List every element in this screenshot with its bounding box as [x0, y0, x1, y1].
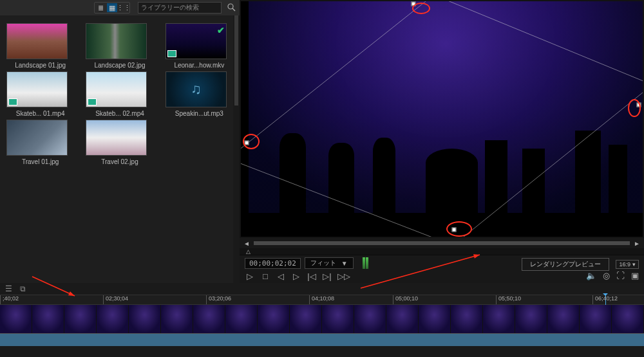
- clip-thumbnail: [193, 305, 225, 333]
- view-toggle: ≣ ▦ ⋮⋮: [94, 2, 130, 14]
- thumbnail-caption: Travel 01.jpg: [6, 158, 74, 165]
- thumbnail-image: ✔: [166, 23, 227, 59]
- clip-thumbnail: [129, 305, 161, 333]
- preview-silhouettes: [261, 95, 634, 213]
- thumbnail-image: [6, 23, 68, 59]
- thumbnail-image: [166, 71, 227, 107]
- clip-thumbnail: [32, 305, 64, 333]
- scroll-track[interactable]: [254, 241, 630, 245]
- thumbnail-caption: Travel 02.jpg: [86, 158, 153, 165]
- media-badge-icon: [8, 98, 17, 105]
- thumbnail-image: [6, 120, 68, 156]
- render-preview-button[interactable]: レンダリングプレビュー: [522, 258, 609, 271]
- clip-thumbnail: [386, 305, 419, 333]
- chevron-down-icon: ▼: [341, 260, 348, 267]
- view-grid-icon[interactable]: ▦: [107, 3, 117, 12]
- play-button[interactable]: ▷: [245, 271, 255, 281]
- ruler-mark: 05;00;10: [393, 295, 418, 304]
- ruler-mark: 02;30;04: [103, 295, 128, 304]
- transform-handle-bottom[interactable]: [451, 228, 456, 232]
- timeline-tracks: [0, 305, 644, 356]
- thumbnail-caption: Leonar...how.mkv: [166, 62, 233, 69]
- ruler-mark: 03;20;06: [206, 295, 231, 304]
- preview-viewport[interactable]: [241, 1, 643, 237]
- clip-thumbnail: [64, 305, 97, 333]
- stop-button[interactable]: □: [260, 271, 270, 281]
- check-icon: ✔: [217, 25, 225, 35]
- scrollbar-handle[interactable]: [234, 15, 238, 105]
- media-badge-icon: [167, 50, 176, 57]
- transform-handle-right[interactable]: [636, 103, 641, 107]
- library-item[interactable]: Skateb... 01.mp4: [6, 71, 74, 117]
- library-item[interactable]: ✔Leonar...how.mkv: [166, 23, 233, 69]
- library-item[interactable]: Travel 01.jpg: [6, 120, 74, 165]
- track-subtitle-icon[interactable]: ⧉: [20, 284, 26, 293]
- thumbnail-caption: Skateb... 01.mp4: [6, 110, 74, 117]
- library-item[interactable]: Skateb... 02.mp4: [86, 71, 153, 117]
- thumbnail-image: [6, 71, 68, 107]
- zoom-out-icon[interactable]: △: [246, 248, 251, 255]
- library-header: ≣ ▦ ⋮⋮ ライブラリーの検索: [0, 0, 240, 15]
- ruler-mark: 04;10;08: [309, 295, 334, 304]
- audio-track[interactable]: [0, 333, 644, 346]
- library-thumbnails: Landscape 01.jpgLandscape 02.jpg✔Leonar.…: [0, 15, 240, 173]
- library-item[interactable]: Landscape 01.jpg: [6, 23, 74, 69]
- ruler-mark: 06;40;12: [592, 295, 618, 304]
- clip-thumbnail: [547, 305, 580, 333]
- timeline-toolbar: ☰ ⧉: [0, 283, 644, 295]
- fast-forward-button[interactable]: ▷▷: [337, 271, 348, 281]
- scroll-left-icon[interactable]: ◄: [243, 240, 250, 247]
- thumbnail-caption: Landscape 02.jpg: [86, 62, 153, 69]
- clip-thumbnail: [483, 305, 515, 333]
- zoom-fit-label: フィット: [310, 259, 336, 268]
- view-list-icon[interactable]: ≣: [95, 3, 106, 12]
- search-input[interactable]: ライブラリーの検索: [138, 2, 222, 14]
- preview-horizontal-scroll[interactable]: ◄ ►: [240, 238, 644, 248]
- playback-controls: ▷ □ ◁ ▷ |◁ ▷| ▷▷: [245, 271, 368, 281]
- library-item[interactable]: Travel 02.jpg: [86, 120, 153, 165]
- chevron-down-icon: ▾: [632, 261, 636, 268]
- clip-thumbnail: [225, 305, 258, 333]
- scroll-right-icon[interactable]: ►: [634, 240, 640, 247]
- volume-icon[interactable]: 🔈: [586, 271, 596, 280]
- media-badge-icon: [88, 98, 97, 105]
- thumbnail-image: [86, 23, 147, 59]
- clip-thumbnail: [258, 305, 290, 333]
- ruler-mark: ;40;02: [0, 295, 19, 304]
- svg-line-1: [232, 8, 235, 11]
- library-panel: ≣ ▦ ⋮⋮ ライブラリーの検索 Landscape 01.jpgLandsca…: [0, 0, 240, 283]
- clip-thumbnail: [612, 305, 644, 333]
- next-frame-button[interactable]: ▷: [291, 271, 301, 281]
- clip-thumbnail: [354, 305, 386, 333]
- svg-point-0: [228, 4, 233, 9]
- timeline-ruler[interactable]: ;40;0202;30;0403;20;0604;10;0805;00;1005…: [0, 295, 644, 305]
- expand-icon[interactable]: ⛶: [616, 271, 625, 280]
- transform-handle-top[interactable]: [412, 1, 416, 6]
- clip-thumbnail: [97, 305, 129, 333]
- thumbnail-caption: Speakin...ut.mp3: [166, 110, 233, 117]
- goto-start-button[interactable]: |◁: [307, 271, 317, 281]
- prev-frame-button[interactable]: ◁: [276, 271, 286, 281]
- ruler-mark: 05;50;10: [496, 295, 521, 304]
- transport-bar: 00;00;02;02 フィット ▼ ▷ □ ◁ ▷ |◁ ▷| ▷▷: [240, 255, 644, 283]
- library-item[interactable]: Landscape 02.jpg: [86, 23, 153, 69]
- aspect-ratio-dropdown[interactable]: 16:9 ▾: [616, 260, 639, 269]
- library-scrollbar[interactable]: [233, 15, 240, 283]
- preview-panel: ◄ ► △ 00;00;02;02 フィット ▼ ▷ □: [240, 0, 644, 283]
- video-track[interactable]: [0, 305, 644, 333]
- snapshot-icon[interactable]: ◎: [603, 271, 610, 280]
- view-details-icon[interactable]: ⋮⋮: [118, 3, 129, 12]
- track-label-icon[interactable]: ☰: [5, 284, 12, 293]
- aspect-label: 16:9: [619, 261, 630, 268]
- clip-thumbnail: [0, 305, 32, 333]
- timecode[interactable]: 00;00;02;02: [245, 258, 301, 269]
- preview-zoom-slider[interactable]: △: [240, 248, 644, 255]
- thumbnail-caption: Skateb... 02.mp4: [86, 110, 153, 117]
- library-item[interactable]: Speakin...ut.mp3: [166, 71, 233, 117]
- transform-handle-left[interactable]: [245, 140, 249, 145]
- search-icon[interactable]: [227, 3, 236, 13]
- goto-end-button[interactable]: ▷|: [322, 271, 332, 281]
- zoom-fit-dropdown[interactable]: フィット ▼: [305, 257, 354, 269]
- settings-icon[interactable]: ▣: [631, 271, 639, 280]
- search-placeholder: ライブラリーの検索: [141, 3, 199, 12]
